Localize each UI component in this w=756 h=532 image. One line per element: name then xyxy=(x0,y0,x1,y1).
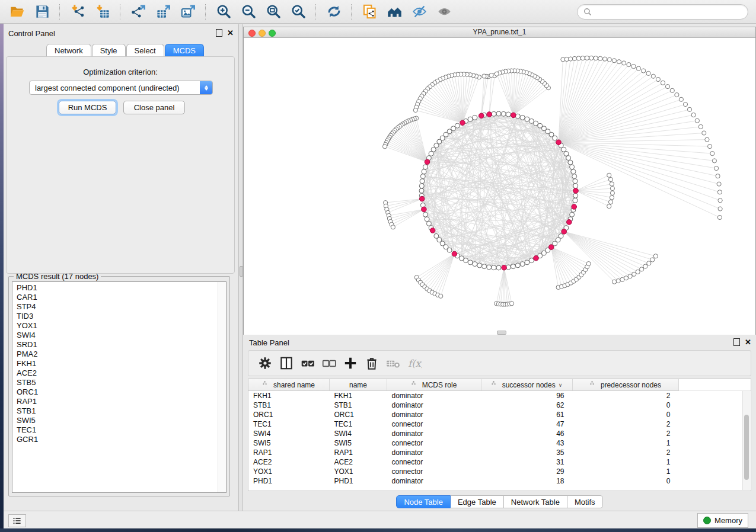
mcds-result-item[interactable]: TEC1 xyxy=(17,425,226,435)
table-row[interactable]: FKH1FKH1dominator962 xyxy=(248,391,751,401)
cell-name[interactable]: ACE2 xyxy=(330,457,387,467)
cell-shared_name[interactable]: FKH1 xyxy=(248,391,330,401)
cell-successor_nodes[interactable]: 47 xyxy=(481,419,573,429)
float-table-panel-icon[interactable] xyxy=(733,338,740,346)
cell-name[interactable]: TEC1 xyxy=(330,419,387,429)
cell-predecessor_nodes[interactable]: 0 xyxy=(573,410,679,419)
tab-style[interactable]: Style xyxy=(92,44,126,56)
float-panel-icon[interactable] xyxy=(216,29,222,37)
zoom-out-button[interactable] xyxy=(240,3,257,21)
cell-name[interactable]: SWI4 xyxy=(330,429,387,438)
tab-select[interactable]: Select xyxy=(126,44,164,56)
table-row[interactable]: ORC1ORC1dominator610 xyxy=(248,410,751,419)
cell-successor_nodes[interactable]: 31 xyxy=(481,457,573,467)
network-graph[interactable] xyxy=(244,38,755,335)
cell-successor_nodes[interactable]: 29 xyxy=(481,467,573,476)
mcds-result-item[interactable]: ORC1 xyxy=(17,387,226,397)
mcds-result-item[interactable]: STP4 xyxy=(17,302,226,312)
search-box[interactable] xyxy=(577,4,748,20)
open-session-button[interactable] xyxy=(8,3,26,21)
column-header-successor-nodes[interactable]: successor nodes∨ xyxy=(481,379,573,391)
cell-name[interactable]: ORC1 xyxy=(330,410,387,419)
cell-shared_name[interactable]: ORC1 xyxy=(248,410,330,419)
mcds-result-item[interactable]: GCR1 xyxy=(17,435,226,444)
app-home-button[interactable] xyxy=(385,3,403,21)
cell-mcds_role[interactable]: connector xyxy=(387,457,481,467)
hide-selected-button[interactable] xyxy=(410,3,428,21)
show-hidden-button[interactable] xyxy=(435,3,453,21)
cell-successor_nodes[interactable]: 43 xyxy=(481,438,573,448)
zoom-in-button[interactable] xyxy=(215,3,232,21)
memory-button[interactable]: Memory xyxy=(697,513,748,528)
cell-predecessor_nodes[interactable]: 0 xyxy=(573,476,679,486)
cell-mcds_role[interactable]: dominator xyxy=(387,429,481,438)
export-table-button[interactable] xyxy=(154,3,172,21)
cell-predecessor_nodes[interactable]: 1 xyxy=(573,467,679,476)
cell-predecessor_nodes[interactable]: 0 xyxy=(573,400,679,410)
cell-mcds_role[interactable]: connector xyxy=(387,419,481,429)
column-header-shared-name[interactable]: shared name xyxy=(248,379,330,391)
mcds-result-item[interactable]: RAP1 xyxy=(17,397,226,406)
cell-successor_nodes[interactable]: 35 xyxy=(481,448,573,457)
maximize-window-icon[interactable] xyxy=(269,30,276,37)
table-row[interactable]: STB1STB1dominator620 xyxy=(248,400,751,410)
mcds-result-item[interactable]: STB5 xyxy=(17,378,226,387)
mcds-result-item[interactable]: YOX1 xyxy=(17,321,226,331)
cell-successor_nodes[interactable]: 46 xyxy=(481,429,573,438)
mcds-result-list[interactable]: PHD1CAR1STP4TID3YOX1SWI4SRD1PMA2FKH1ACE2… xyxy=(12,281,227,493)
cell-name[interactable]: RAP1 xyxy=(330,448,387,457)
cell-shared_name[interactable]: TEC1 xyxy=(248,419,330,429)
mcds-result-item[interactable]: CAR1 xyxy=(17,293,226,302)
close-window-icon[interactable] xyxy=(248,30,256,37)
cell-predecessor_nodes[interactable]: 1 xyxy=(573,457,679,467)
mcds-result-item[interactable]: FKH1 xyxy=(17,359,226,368)
mcds-result-item[interactable]: PMA2 xyxy=(17,350,226,359)
vertical-splitter[interactable] xyxy=(238,24,243,511)
tab-network-table[interactable]: Network Table xyxy=(504,495,567,508)
mcds-result-item[interactable]: SRD1 xyxy=(17,340,226,350)
tab-mcds[interactable]: MCDS xyxy=(165,44,204,56)
cell-shared_name[interactable]: PHD1 xyxy=(248,476,330,486)
table-row[interactable]: YOX1YOX1connector291 xyxy=(248,467,751,476)
close-panel-button[interactable]: Close panel xyxy=(123,101,185,114)
import-network-button[interactable] xyxy=(69,3,87,21)
network-window-titlebar[interactable]: YPA_prune.txt_1 xyxy=(244,27,755,38)
mcds-result-item[interactable]: PHD1 xyxy=(17,283,226,293)
criterion-dropdown[interactable]: largest connected component (undirected) xyxy=(29,81,213,95)
delete-row-button[interactable] xyxy=(363,355,380,371)
tab-network[interactable]: Network xyxy=(46,44,91,56)
column-header-MCDS-role[interactable]: MCDS role xyxy=(387,379,481,391)
table-settings-button[interactable] xyxy=(257,355,273,371)
mcds-result-item[interactable]: TID3 xyxy=(17,312,226,321)
table-row[interactable]: SWI4SWI4dominator462 xyxy=(248,429,751,438)
cell-name[interactable]: FKH1 xyxy=(330,391,387,401)
network-canvas[interactable] xyxy=(244,38,755,335)
clone-network-button[interactable] xyxy=(361,3,378,21)
cell-mcds_role[interactable]: dominator xyxy=(387,391,481,401)
zoom-fit-button[interactable] xyxy=(264,3,282,21)
cell-shared_name[interactable]: RAP1 xyxy=(248,448,330,457)
cell-predecessor_nodes[interactable]: 2 xyxy=(573,448,679,457)
cell-mcds_role[interactable]: dominator xyxy=(387,410,481,419)
cell-successor_nodes[interactable]: 61 xyxy=(481,410,573,419)
cell-predecessor_nodes[interactable]: 2 xyxy=(573,391,679,401)
cell-mcds_role[interactable]: connector xyxy=(387,467,481,476)
cell-shared_name[interactable]: STB1 xyxy=(248,400,330,410)
cell-shared_name[interactable]: SWI4 xyxy=(248,429,330,438)
export-network-button[interactable] xyxy=(129,3,147,21)
table-row[interactable]: TEC1TEC1connector472 xyxy=(248,419,751,429)
apply-layout-button[interactable] xyxy=(325,3,343,21)
tab-edge-table[interactable]: Edge Table xyxy=(451,495,504,508)
cell-mcds_role[interactable]: connector xyxy=(387,438,481,448)
deselect-all-button[interactable] xyxy=(321,355,337,371)
add-row-button[interactable] xyxy=(342,355,359,371)
cell-name[interactable]: STB1 xyxy=(330,400,387,410)
cell-name[interactable]: YOX1 xyxy=(330,467,387,476)
mcds-result-item[interactable]: SWI5 xyxy=(17,416,226,425)
horizontal-splitter-handle[interactable] xyxy=(497,331,506,335)
cell-predecessor_nodes[interactable]: 2 xyxy=(573,429,679,438)
cell-shared_name[interactable]: YOX1 xyxy=(248,467,330,476)
cell-mcds_role[interactable]: dominator xyxy=(387,476,481,486)
search-input[interactable] xyxy=(596,7,748,17)
select-all-button[interactable] xyxy=(299,355,316,371)
